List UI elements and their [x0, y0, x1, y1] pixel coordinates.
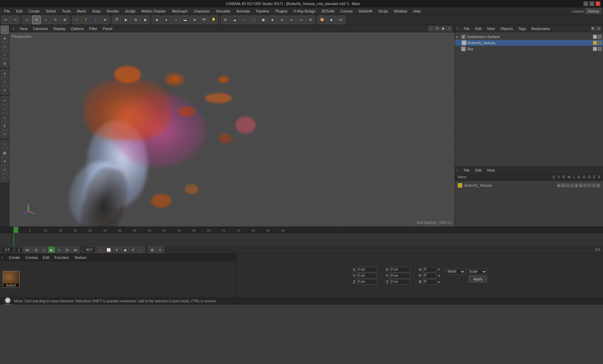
arrow-b[interactable]: ▶	[438, 280, 440, 283]
menu-plugins[interactable]: Plugins	[272, 8, 290, 14]
btn-next-frame[interactable]: ▷	[56, 246, 63, 253]
menu-help[interactable]: Help	[410, 8, 424, 14]
mat-edit[interactable]: Edit	[41, 255, 51, 260]
scene-col2[interactable]	[598, 35, 602, 39]
toolbar-transform[interactable]: ⊞	[60, 16, 69, 24]
toolbar-render[interactable]: ◉	[141, 16, 149, 24]
attr-icon-x[interactable]: X	[596, 183, 600, 187]
toolbar-foreground[interactable]: ⬚	[249, 16, 258, 24]
tool-select[interactable]: ▢	[1, 26, 9, 34]
input-x2[interactable]	[390, 267, 410, 272]
mat-function[interactable]: Function	[53, 255, 71, 260]
toolbar-x-axis[interactable]: X	[72, 16, 81, 24]
btn-goto-start[interactable]: ⏮	[24, 246, 31, 253]
attr-icon-m[interactable]: —	[570, 183, 574, 187]
mat-corona[interactable]: Corona	[23, 255, 39, 260]
menu-vray[interactable]: V-Ray Bridge	[291, 8, 318, 14]
attr-icon-v[interactable]: ●	[561, 183, 565, 187]
toolbar-boole[interactable]: ◎	[278, 16, 286, 24]
minimize-button[interactable]: ─	[583, 1, 588, 6]
scene-tags[interactable]: Tags	[516, 26, 528, 31]
timeline-playhead[interactable]	[13, 227, 18, 233]
arrow-p[interactable]: ▶	[438, 274, 440, 277]
scene-view[interactable]: View	[485, 26, 497, 31]
arrow-h[interactable]: ▶	[438, 268, 440, 271]
menu-script[interactable]: Script	[376, 8, 391, 14]
attr-icon-a[interactable]: ▲	[579, 183, 583, 187]
tool-ruler[interactable]: $	[1, 122, 9, 130]
input-y2[interactable]	[390, 273, 410, 278]
menu-select[interactable]: Select	[43, 8, 59, 14]
btn-goto-end[interactable]: ⏭	[72, 246, 80, 253]
toolbar-cylinder[interactable]: ⬭	[171, 16, 180, 24]
timeline-track[interactable]	[0, 233, 603, 246]
toolbar-move[interactable]: ✛	[32, 16, 41, 24]
fps-input[interactable]	[15, 247, 23, 253]
vp-cameras[interactable]: Cameras	[31, 26, 50, 31]
scene-bookmarks[interactable]: Bookmarks	[529, 26, 552, 31]
tool-pen[interactable]: /	[1, 105, 9, 113]
btn-play-reverse[interactable]: ◀	[121, 246, 128, 253]
menu-motion-tracker[interactable]: Motion Tracker	[139, 8, 169, 14]
menu-mograph[interactable]: MoGraph	[169, 8, 190, 14]
tool-point-select[interactable]: •	[1, 51, 9, 59]
toolbar-world[interactable]: ⊕	[100, 16, 109, 24]
input-y-pos[interactable]	[357, 273, 377, 278]
scene-item-butterfly[interactable]: LO Butterfly_Nebula	[455, 40, 603, 46]
material-thumbnail-butterfly[interactable]: Butterfl	[3, 271, 20, 288]
tool-move[interactable]: ✛	[1, 69, 9, 78]
toolbar-material[interactable]: ◐	[327, 16, 336, 24]
tool-live-select[interactable]: ⊞	[1, 59, 9, 67]
tool-brush[interactable]: ✏	[1, 96, 9, 104]
toolbar-environment[interactable]: ◌	[240, 16, 249, 24]
scene-col2-sky[interactable]	[598, 47, 602, 51]
maximize-button[interactable]: □	[590, 1, 594, 6]
tool-weight[interactable]: ⊛	[1, 157, 9, 165]
menu-3dtoall[interactable]: 3DToAll	[319, 8, 337, 14]
menu-simulate[interactable]: Simulate	[213, 8, 233, 14]
tool-smooth[interactable]: ◌	[1, 174, 9, 182]
toolbar-tag[interactable]: 🏷	[337, 16, 345, 24]
toolbar-redo[interactable]: ↪	[11, 16, 20, 24]
scene-col1[interactable]	[593, 35, 597, 39]
toolbar-texture[interactable]: 🎨	[318, 16, 326, 24]
menu-create[interactable]: Create	[26, 8, 42, 14]
attr-icon-l[interactable]: ▲	[574, 183, 578, 187]
viewport[interactable]: Perspective Grid Spacing : 1000 cm x y z	[9, 32, 455, 226]
toolbar-sky[interactable]: ☁	[230, 16, 239, 24]
input-h[interactable]	[423, 267, 436, 272]
menu-corona[interactable]: Corona	[338, 8, 355, 14]
scene-col2-butterfly[interactable]	[598, 41, 602, 45]
toolbar-rotate[interactable]: ↻	[51, 16, 60, 24]
menu-redshift[interactable]: Redshift	[356, 8, 375, 14]
vp-options[interactable]: Options	[69, 26, 86, 31]
attr-icon-d[interactable]: •	[587, 183, 592, 187]
btn-play[interactable]: ▶	[48, 246, 55, 253]
tool-scale2[interactable]: ⤢	[1, 78, 9, 86]
scene-color-butterfly[interactable]	[593, 41, 597, 45]
menu-character[interactable]: Character	[191, 8, 212, 14]
menu-pipeline[interactable]: Pipeline	[253, 8, 272, 14]
vp-nav-3[interactable]: ▣	[440, 26, 446, 31]
vp-nav-4[interactable]: X	[447, 26, 452, 31]
menu-edit[interactable]: Edit	[13, 8, 25, 14]
btn-keyframe-add[interactable]: ✦	[113, 246, 120, 253]
toolbar-render-settings[interactable]: ⚙	[131, 16, 140, 24]
tool-edge-select[interactable]: ⬡	[1, 42, 9, 51]
toolbar-sphere[interactable]: ●	[162, 16, 171, 24]
input-b[interactable]	[423, 279, 436, 284]
toolbar-plane[interactable]: ▬	[181, 16, 190, 24]
menu-tools[interactable]: Tools	[59, 8, 74, 14]
toolbar-scale[interactable]: ⤢	[41, 16, 50, 24]
toolbar-y-axis[interactable]: Y	[82, 16, 90, 24]
vp-filter[interactable]: Filter	[87, 26, 99, 31]
toolbar-floor[interactable]: ⊟	[221, 16, 230, 24]
tool-poly-select[interactable]: ◈	[1, 34, 9, 42]
menu-sculpt[interactable]: Sculpt	[122, 8, 138, 14]
toolbar-camera[interactable]: 📷	[200, 16, 208, 24]
scene-file[interactable]: File	[462, 26, 472, 31]
menu-animate[interactable]: Animate	[234, 8, 253, 14]
toolbar-array[interactable]: ⧉	[306, 16, 315, 24]
tool-grid[interactable]: ▦	[1, 149, 9, 157]
btn-ping-pong[interactable]: ↔	[137, 246, 145, 253]
